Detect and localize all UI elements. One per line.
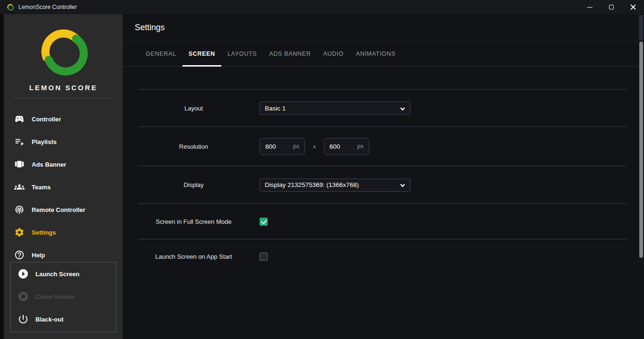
maximize-icon (609, 5, 614, 9)
tab-ads-banner[interactable]: ADS BANNER (263, 42, 317, 66)
sidebar-item-label: Controller (32, 116, 61, 123)
sidebar-item-label: Teams (32, 184, 51, 191)
tab-screen[interactable]: SCREEN (183, 42, 221, 66)
resolution-width-box: px (260, 138, 305, 155)
resolution-width-unit: px (293, 143, 299, 150)
title-bar: LemonScore Controller (0, 0, 644, 14)
gamepad-icon (14, 114, 25, 124)
tab-audio[interactable]: AUDIO (317, 42, 350, 66)
launch-on-start-row: Launch Screen on App Start (138, 239, 627, 274)
resolution-label: Resolution (138, 143, 249, 150)
fullscreen-label: Screen in Full Screen Mode (138, 218, 249, 225)
launch-on-start-label: Launch Screen on App Start (138, 253, 249, 260)
vertical-scrollbar-track[interactable] (638, 14, 644, 339)
page-header: Settings (123, 14, 644, 42)
screen-controls-panel: Launch Screen Close Screen Black-out (10, 262, 116, 332)
display-label: Display (138, 181, 249, 188)
stop-circle-icon (17, 291, 29, 302)
close-screen-button[interactable]: Close Screen (11, 285, 116, 308)
black-out-label: Black-out (35, 316, 63, 323)
gear-icon (14, 227, 25, 237)
sidebar-item-teams[interactable]: Teams (4, 176, 123, 198)
tab-general[interactable]: GENERAL (139, 42, 183, 66)
layout-label: Layout (138, 105, 249, 112)
close-button[interactable] (622, 0, 644, 14)
display-select[interactable]: Display 2132575369: (1366x768) (260, 178, 410, 192)
layout-row: Layout Basic 1 (138, 89, 627, 127)
tab-animations[interactable]: ANIMATIONS (350, 42, 402, 66)
resolution-width-input[interactable] (265, 143, 293, 150)
close-icon (630, 4, 636, 10)
chevron-down-icon (400, 182, 405, 187)
launch-screen-button[interactable]: Launch Screen (11, 263, 116, 285)
black-out-button[interactable]: Black-out (11, 308, 116, 331)
launch-screen-label: Launch Screen (35, 271, 79, 278)
window-title: LemonScore Controller (18, 4, 77, 10)
minimize-button[interactable] (579, 0, 600, 14)
sidebar-item-settings[interactable]: Settings (4, 221, 123, 244)
power-icon (17, 314, 29, 325)
sidebar-divider (10, 98, 116, 98)
broadcast-icon (14, 204, 25, 215)
sidebar-item-ads-banner[interactable]: Ads Banner (4, 153, 123, 176)
left-edge-strip (0, 14, 4, 339)
sidebar: LEMON SCORE Controller Playlists (4, 14, 123, 339)
brand-name: LEMON SCORE (4, 84, 123, 92)
close-screen-label: Close Screen (35, 293, 74, 300)
fullscreen-row: Screen in Full Screen Mode (138, 203, 627, 239)
sidebar-item-controller[interactable]: Controller (4, 108, 123, 130)
page-title: Settings (135, 23, 165, 33)
resolution-height-input[interactable] (330, 143, 357, 150)
sidebar-item-label: Help (32, 252, 45, 259)
resolution-row: Resolution px x px (138, 127, 627, 166)
scrollbar-top-segment (639, 15, 643, 41)
display-select-value: Display 2132575369: (1366x768) (265, 181, 400, 188)
sidebar-item-remote-controller[interactable]: Remote Controller (4, 198, 123, 221)
main-content: Settings GENERAL SCREEN LAYOUTS ADS BANN… (123, 14, 644, 339)
maximize-button[interactable] (600, 0, 622, 14)
banner-carousel-icon (14, 159, 25, 170)
sidebar-item-label: Ads Banner (32, 161, 66, 168)
vertical-scrollbar-thumb[interactable] (639, 42, 643, 258)
layout-select-value: Basic 1 (265, 105, 400, 112)
launch-on-start-checkbox[interactable] (260, 253, 268, 261)
sidebar-item-label: Remote Controller (32, 206, 85, 213)
app-window: LemonScore Controller LEMON SCORE (0, 0, 644, 339)
settings-tabs: GENERAL SCREEN LAYOUTS ADS BANNER AUDIO … (123, 42, 644, 67)
play-circle-icon (17, 268, 29, 280)
people-group-icon (14, 182, 25, 192)
resolution-height-unit: px (357, 143, 364, 150)
playlist-icon (14, 136, 25, 147)
lemonscore-logo-icon (33, 24, 94, 77)
sidebar-item-label: Settings (32, 229, 56, 236)
brand-logo: LEMON SCORE (4, 14, 123, 92)
fullscreen-checkbox[interactable] (260, 218, 268, 226)
layout-select[interactable]: Basic 1 (260, 102, 410, 115)
tab-layouts[interactable]: LAYOUTS (221, 42, 263, 66)
minimize-icon (587, 7, 592, 8)
resolution-height-box: px (324, 138, 369, 155)
display-row: Display Display 2132575369: (1366x768) (138, 166, 627, 203)
question-circle-icon (14, 250, 25, 260)
chevron-down-icon (400, 106, 405, 111)
resolution-separator: x (313, 144, 316, 149)
sidebar-item-playlists[interactable]: Playlists (4, 130, 123, 153)
sidebar-item-label: Playlists (32, 138, 57, 145)
app-logo-icon (7, 3, 14, 11)
